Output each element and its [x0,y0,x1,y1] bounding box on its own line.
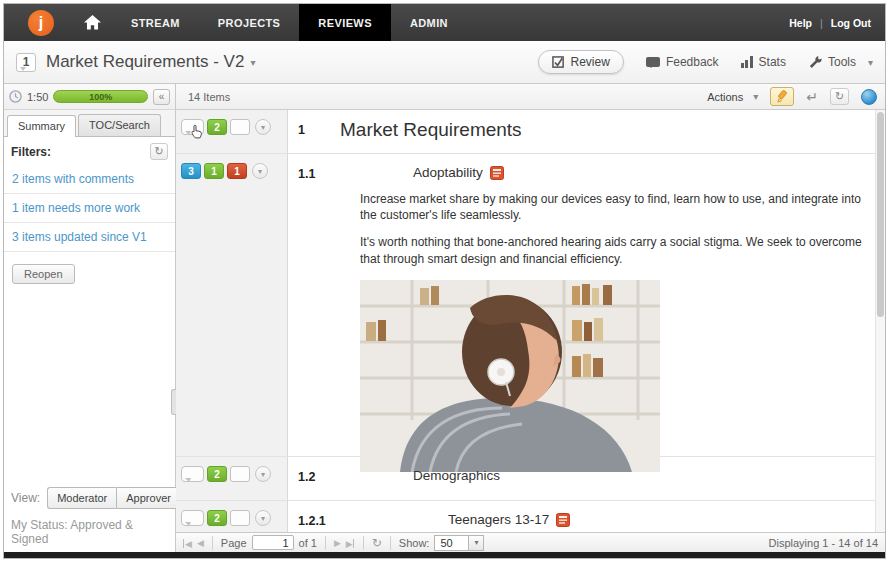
actions-caret-down-icon: ▾ [753,91,758,102]
row-menu-button[interactable]: ▾ [255,119,271,135]
filter-needs-more-work[interactable]: 1 item needs more work [4,194,175,223]
tab-summary[interactable]: Summary [7,115,76,137]
item-number: 1.2 [288,457,340,500]
vertical-scrollbar[interactable] [875,110,885,532]
page-size-value: 50 [434,535,468,551]
item-title: Market Requirements [340,110,875,141]
refresh-filters-icon[interactable]: ↻ [150,143,168,160]
empty-status-badge[interactable] [230,466,250,482]
collapse-sidebar-button[interactable]: « [153,89,170,105]
return-arrow-icon[interactable]: ↵ [806,90,818,104]
page-size-caret-down-icon: ▾ [468,535,484,551]
approved-count-badge[interactable]: 1 [204,163,224,179]
view-toggle: Moderator Approver [47,487,181,509]
checkbox-check-icon [552,56,565,69]
displaying-range: Displaying 1 - 14 of 14 [769,537,878,549]
review-titlebar: 1 Market Requirements - V2 ▾ Review Feed… [4,41,885,84]
comment-bubble-icon[interactable] [181,466,204,482]
logout-link[interactable]: Log Out [831,17,871,29]
title-caret-down-icon[interactable]: ▾ [250,57,255,68]
feedback-label: Feedback [666,55,719,69]
body-split: 1:50 100% « Summary TOC/Search Filters: … [4,84,885,552]
review-id-badge: 1 [16,53,36,72]
item-row-1-2[interactable]: 2 ▾ 1.2 Demographics [176,457,885,501]
row-1-2-1-badges: 2 ▾ [176,501,288,532]
title-actions: Review Feedback Stats Tools ▾ [538,50,873,74]
view-row: View: Moderator Approver [11,487,168,509]
home-icon[interactable] [72,4,112,41]
filter-items-with-comments[interactable]: 2 items with comments [4,165,175,194]
item-number: 1 [288,110,340,153]
item-title-text: Teenagers 13-17 [448,512,549,527]
progress-bar: 100% [53,90,148,103]
refresh-page-icon[interactable]: ↻ [372,536,382,550]
filters-header: Filters: ↻ [4,137,175,165]
hearing-aid-photo [360,280,660,472]
item-title: Adoptability [413,154,875,180]
stats-bars-icon [741,56,753,68]
nav-item-projects[interactable]: PROJECTS [199,4,300,41]
item-paragraph: It's worth nothing that bone-anchored he… [360,234,865,266]
nav-item-stream[interactable]: STREAM [112,4,199,41]
first-page-button[interactable]: ◀ [183,537,192,549]
empty-status-badge[interactable] [230,510,250,526]
approved-count-badge[interactable]: 2 [207,466,227,482]
row-menu-button[interactable]: ▾ [252,163,268,179]
feedback-button[interactable]: Feedback [646,55,719,69]
refresh-list-icon[interactable]: ↻ [830,88,849,105]
tab-toc-search[interactable]: TOC/Search [78,114,161,136]
items-list: 2 ▾ 1 Market Requirements 3 1 1 [176,110,885,532]
stats-button[interactable]: Stats [741,55,786,69]
page-number-input[interactable] [252,535,294,550]
last-page-icon: ▶ [346,539,353,549]
show-label: Show: [399,537,430,549]
items-count: 14 Items [188,91,230,103]
first-page-icon: ◀ [185,539,192,549]
highlighter-button[interactable] [770,87,794,106]
page-label: Page [221,537,247,549]
help-link[interactable]: Help [789,17,812,29]
filter-updated-since-v1[interactable]: 3 items updated since V1 [4,223,175,252]
prev-page-icon[interactable]: ◀ [197,538,204,548]
review-mode-label: Review [571,55,610,69]
review-title: Market Requirements - V2 [46,52,244,72]
main-panel: 14 Items Actions ▾ ↵ ↻ [176,84,885,552]
item-title: Teenagers 13-17 [448,501,875,527]
reopen-button[interactable]: Reopen [12,264,75,284]
row-menu-button[interactable]: ▾ [255,466,271,482]
actions-dropdown[interactable]: Actions ▾ [707,91,758,103]
nav-item-admin[interactable]: ADMIN [391,4,467,41]
feedback-bubble-icon [646,57,660,67]
globe-icon[interactable] [861,89,877,105]
pagination-bar: ◀ ◀ Page of 1 ▶ ▶ ↻ Show: 50 ▾ Displayin… [176,532,885,552]
page-size-select[interactable]: 50 ▾ [434,535,484,551]
tools-label: Tools [828,55,856,69]
my-status: My Status: Approved & Signed [11,509,168,546]
empty-status-badge[interactable] [230,119,250,135]
last-page-button[interactable]: ▶ [346,537,355,549]
approved-count-badge[interactable]: 2 [207,119,227,135]
clock-icon [9,90,22,103]
comment-bubble-icon[interactable] [181,510,204,526]
sidebar-bottom: View: Moderator Approver My Status: Appr… [4,481,175,552]
approved-count-badge[interactable]: 2 [207,510,227,526]
moderator-button[interactable]: Moderator [47,487,116,509]
jama-logo-icon[interactable]: j [28,10,54,36]
row-menu-button[interactable]: ▾ [255,510,271,526]
scrollbar-thumb[interactable] [877,112,884,317]
approver-button[interactable]: Approver [116,487,181,509]
item-row-1-1[interactable]: 3 1 1 ▾ 1.1 Adoptability [176,154,885,457]
tools-button[interactable]: Tools ▾ [808,55,873,69]
review-mode-button[interactable]: Review [538,50,624,74]
item-row-1[interactable]: 2 ▾ 1 Market Requirements [176,110,885,154]
progress-count-badge[interactable]: 3 [181,163,201,179]
nav-item-reviews[interactable]: REVIEWS [299,4,391,41]
nav-separator: | [820,17,823,29]
actions-label: Actions [707,91,743,103]
timer-row: 1:50 100% « [4,84,175,110]
top-nav: j STREAM PROJECTS REVIEWS ADMIN Help | L… [4,4,885,41]
row-1-1-badges: 3 1 1 ▾ [176,154,288,456]
rejected-count-badge[interactable]: 1 [227,163,247,179]
next-page-icon[interactable]: ▶ [334,538,341,548]
item-row-1-2-1[interactable]: 2 ▾ 1.2.1 Teenagers 13-17 [176,501,885,532]
